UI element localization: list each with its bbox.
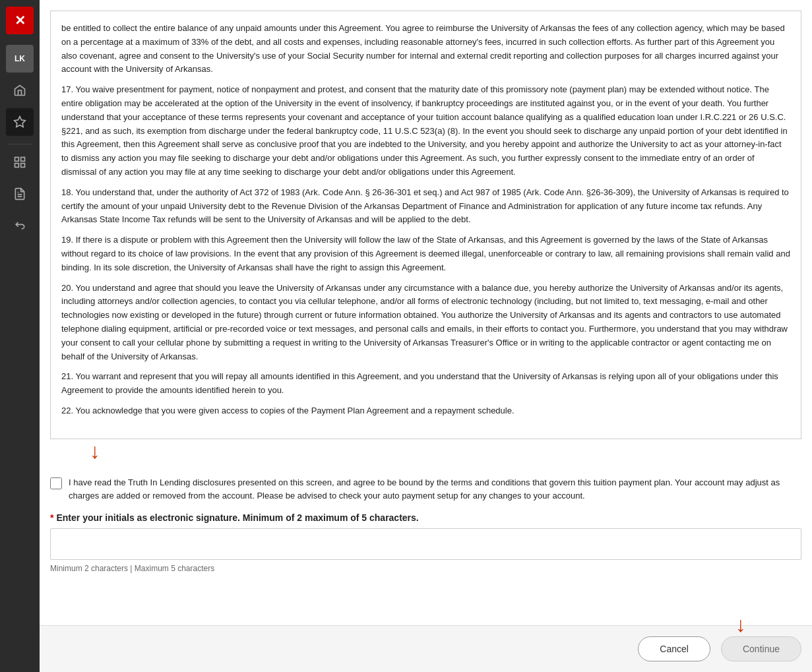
- terms-text-area[interactable]: be entitled to collect the entire balanc…: [50, 11, 801, 439]
- sidebar-item-feature2[interactable]: [6, 148, 34, 176]
- sidebar-item-feature1[interactable]: [6, 108, 34, 136]
- footer: ↓ Cancel Continue: [40, 625, 812, 672]
- cancel-button[interactable]: Cancel: [638, 636, 710, 661]
- main-content: be entitled to collect the entire balanc…: [40, 0, 812, 672]
- sidebar-item-feature3[interactable]: [6, 180, 34, 208]
- sidebar-item-avatar[interactable]: LK: [6, 45, 34, 73]
- required-marker: *: [50, 512, 53, 523]
- content-scroll[interactable]: be entitled to collect the entire balanc…: [40, 0, 812, 625]
- agreement-checkbox-label[interactable]: I have read the Truth In Lending disclos…: [69, 476, 801, 502]
- svg-rect-3: [15, 164, 19, 168]
- svg-rect-2: [21, 158, 25, 162]
- svg-marker-0: [15, 117, 26, 127]
- signature-hint: Minimum 2 characters | Maximum 5 charact…: [50, 564, 801, 573]
- paragraph-5: 20. You understand and agree that should…: [61, 282, 790, 364]
- arrow-down-footer-icon: ↓: [735, 613, 746, 637]
- agreement-checkbox[interactable]: [50, 477, 62, 489]
- continue-button[interactable]: Continue: [721, 636, 801, 661]
- sidebar-item-home[interactable]: [6, 76, 34, 104]
- arrow-down-icon: ↓: [90, 439, 100, 464]
- sidebar-divider: [8, 144, 32, 144]
- signature-input[interactable]: [50, 528, 801, 560]
- paragraph-3: 18. You understand that, under the autho…: [61, 186, 790, 227]
- paragraph-7: 22. You acknowledge that you were given …: [61, 404, 790, 418]
- svg-rect-4: [21, 164, 25, 168]
- svg-rect-1: [15, 158, 19, 162]
- paragraph-6: 21. You warrant and represent that you w…: [61, 370, 790, 398]
- sidebar-item-back[interactable]: [6, 212, 34, 239]
- sidebar: ✕ LK: [0, 0, 40, 672]
- sidebar-logo[interactable]: ✕: [6, 7, 34, 34]
- signature-label: *Enter your initials as electronic signa…: [50, 512, 801, 523]
- paragraph-2: 17. You waive presentment for payment, n…: [61, 83, 790, 179]
- agreement-checkbox-section: I have read the Truth In Lending disclos…: [50, 476, 801, 502]
- paragraph-1: be entitled to collect the entire balanc…: [61, 22, 790, 76]
- scroll-arrow-indicator: ↓: [50, 439, 812, 466]
- paragraph-4: 19. If there is a dispute or problem wit…: [61, 233, 790, 274]
- signature-section: → *Enter your initials as electronic sig…: [50, 512, 801, 573]
